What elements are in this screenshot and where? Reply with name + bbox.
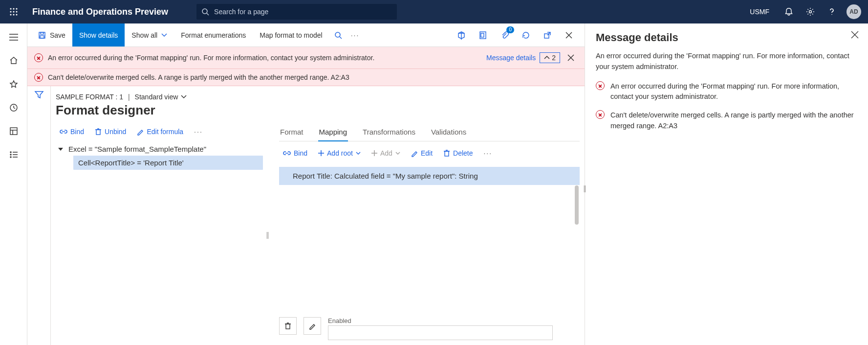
scrollbar-thumb[interactable] <box>575 185 579 225</box>
panel-message-2: Can't delete/overwrite merged cells. A r… <box>596 110 857 132</box>
edit-label: Edit <box>421 149 433 157</box>
save-button[interactable]: Save <box>31 23 72 46</box>
modules-icon[interactable] <box>3 144 24 165</box>
close-page-icon[interactable] <box>559 25 579 45</box>
show-details-button[interactable]: Show details <box>72 23 125 46</box>
error-icon <box>596 81 605 90</box>
breadcrumb: SAMPLE FORMAT : 1 | Standard view <box>56 93 580 101</box>
tab-transformations[interactable]: Transformations <box>362 125 416 141</box>
map-bind-button[interactable]: Bind <box>279 146 311 160</box>
settings-icon[interactable] <box>801 2 820 22</box>
attachments-icon[interactable]: 0 <box>495 25 514 45</box>
action-search-icon[interactable] <box>329 23 347 46</box>
right-overflow-icon[interactable]: ··· <box>479 146 496 160</box>
open-office-icon[interactable] <box>473 25 493 45</box>
tab-format[interactable]: Format <box>279 125 304 141</box>
delete-button[interactable]: Delete <box>439 146 477 160</box>
tree-caret-icon[interactable] <box>58 147 64 152</box>
home-icon[interactable] <box>3 50 24 71</box>
panel-close-icon[interactable] <box>847 27 862 42</box>
filter-strip <box>27 86 51 345</box>
svg-point-7 <box>13 14 14 15</box>
prop-edit-icon[interactable] <box>304 317 321 335</box>
svg-point-0 <box>10 8 11 9</box>
show-all-button[interactable]: Show all <box>125 23 174 46</box>
left-overflow-icon[interactable]: ··· <box>190 125 207 138</box>
tree-child-row[interactable]: Cell<ReportTitle> = 'Report Title' <box>73 156 263 170</box>
workspaces-icon[interactable] <box>3 120 24 142</box>
search-placeholder: Search for a page <box>214 8 268 16</box>
svg-point-12 <box>831 14 832 15</box>
mapping-row[interactable]: Report Title: Calculated field = "My sam… <box>279 167 580 185</box>
tree-child-label: Cell<ReportTitle> = 'Report Title' <box>78 159 184 167</box>
show-details-label: Show details <box>79 31 118 39</box>
edit-formula-button[interactable]: Edit formula <box>133 125 187 138</box>
recent-icon[interactable] <box>3 97 24 118</box>
message-details-link[interactable]: Message details <box>486 54 536 62</box>
favorites-icon[interactable] <box>3 73 24 95</box>
svg-point-1 <box>13 8 14 9</box>
tree-root-row[interactable]: Excel = "Sample format_SampleTemplate" <box>56 142 263 156</box>
svg-rect-17 <box>10 128 17 135</box>
view-label: Standard view <box>135 93 178 101</box>
notifications-icon[interactable] <box>779 2 799 22</box>
panel-message-1: An error occurred during the 'Format map… <box>596 81 857 103</box>
action-overflow-icon[interactable]: ··· <box>347 23 364 46</box>
svg-point-5 <box>16 11 17 12</box>
add-root-button[interactable]: Add root <box>314 146 365 160</box>
delete-label: Delete <box>453 149 473 157</box>
bind-button[interactable]: Bind <box>56 125 88 138</box>
user-avatar[interactable]: AD <box>846 4 861 19</box>
legal-entity[interactable]: USMF <box>742 8 777 16</box>
show-all-label: Show all <box>131 31 157 39</box>
save-label: Save <box>50 31 65 39</box>
tab-validations[interactable]: Validations <box>430 125 467 141</box>
prop-delete-icon[interactable] <box>279 317 297 335</box>
svg-point-3 <box>10 11 11 12</box>
add-label: Add <box>380 149 392 157</box>
banner-collapse-button[interactable]: 2 <box>540 52 560 63</box>
enabled-input[interactable] <box>328 325 553 340</box>
banner-count: 2 <box>552 54 556 62</box>
svg-line-10 <box>207 13 209 15</box>
error-icon <box>596 110 605 119</box>
svg-rect-38 <box>96 130 100 135</box>
top-bar: Finance and Operations Preview Search fo… <box>0 0 868 23</box>
bind-label: Bind <box>70 128 84 136</box>
enabled-label: Enabled <box>328 317 553 324</box>
panel-msg-1-text: An error occurred during the 'Format map… <box>610 81 857 103</box>
format-enum-label: Format enumerations <box>181 31 246 39</box>
add-root-label: Add root <box>327 149 353 157</box>
nav-hamburger-icon[interactable] <box>3 26 24 48</box>
search-box[interactable]: Search for a page <box>196 4 397 20</box>
format-enumerations-button[interactable]: Format enumerations <box>174 23 253 46</box>
filter-icon[interactable] <box>35 91 43 345</box>
svg-line-30 <box>340 37 342 39</box>
add-button[interactable]: Add <box>368 146 404 160</box>
banner-close-icon[interactable] <box>564 51 578 65</box>
panel-resize-handle[interactable]: ‖ <box>583 184 586 192</box>
map-format-label: Map format to model <box>260 31 322 39</box>
error-icon <box>34 73 43 82</box>
svg-point-11 <box>809 11 812 13</box>
mapping-tabs: Format Mapping Transformations Validatio… <box>279 125 580 141</box>
edit-button[interactable]: Edit <box>407 146 436 160</box>
office-addin-icon[interactable] <box>452 25 471 45</box>
banner-error-2: Can't delete/overwrite merged cells. A r… <box>48 73 349 81</box>
panel-summary: An error occurred during the 'Format map… <box>596 51 857 72</box>
popout-icon[interactable] <box>538 25 557 45</box>
help-icon[interactable] <box>822 2 842 22</box>
map-format-button[interactable]: Map format to model <box>253 23 329 46</box>
svg-point-29 <box>335 32 340 37</box>
refresh-icon[interactable] <box>516 25 536 45</box>
error-icon <box>34 53 43 62</box>
map-bind-label: Bind <box>294 149 307 157</box>
unbind-button[interactable]: Unbind <box>91 125 130 138</box>
app-launcher-icon[interactable] <box>4 2 23 22</box>
banner-error-1: An error occurred during the 'Format map… <box>48 54 374 62</box>
view-selector[interactable]: Standard view <box>135 93 187 101</box>
tree-root-label: Excel = "Sample format_SampleTemplate" <box>68 145 206 153</box>
svg-rect-28 <box>40 36 44 38</box>
vertical-splitter[interactable]: ‖ <box>266 125 269 345</box>
tab-mapping[interactable]: Mapping <box>318 125 348 141</box>
